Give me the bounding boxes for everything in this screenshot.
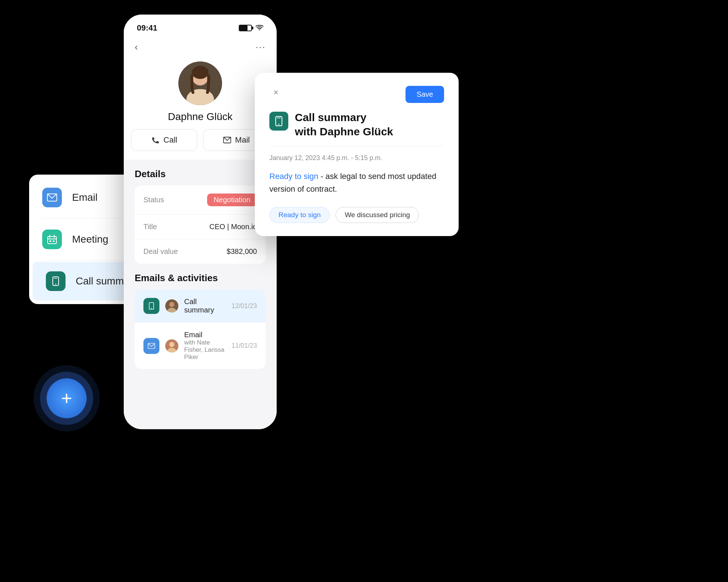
detail-row-status: Status Negotiation (135, 186, 266, 215)
tag-discussed-pricing[interactable]: We discussed pricing (336, 207, 419, 223)
contact-name: Daphne Glück (168, 111, 232, 123)
email-activity-title: Email (184, 331, 226, 339)
call-button[interactable]: Call (131, 129, 197, 151)
meeting-icon (47, 234, 57, 244)
call-activity-date: 12/01/23 (232, 302, 257, 310)
email-act-icon (143, 338, 159, 354)
modal-close-button[interactable]: × (269, 86, 282, 99)
modal-tags: Ready to sign We discussed pricing (269, 207, 444, 223)
email-activity-date: 11/01/23 (232, 342, 257, 350)
battery-fill (240, 25, 248, 31)
email-avatar (165, 339, 178, 352)
activity-row-call[interactable]: Call summary 12/01/23 (135, 290, 266, 323)
plus-icon: + (61, 389, 72, 408)
call-activity-content: Call summary (184, 298, 226, 314)
svg-point-14 (192, 66, 209, 79)
activities-title: Emails & activities (135, 272, 266, 284)
modal-divider (269, 146, 444, 146)
wifi-icon (256, 24, 264, 32)
activity-row-email[interactable]: Email with Nate Fisher, Larissa Piker 11… (135, 323, 266, 369)
call-activity-title: Call summary (184, 298, 226, 314)
title-label: Title (143, 223, 157, 231)
title-value: CEO | Moon.io (209, 223, 257, 231)
modal-header: × Save (269, 86, 444, 103)
email-icon-bg (42, 188, 62, 207)
call-summary-modal: × Save Call summary with Daphne Glück Ja… (255, 73, 459, 236)
phone-screen-icon (51, 276, 60, 286)
action-buttons: Call Mail (131, 129, 269, 151)
svg-point-10 (259, 29, 260, 30)
details-title: Details (135, 168, 266, 180)
status-bar: 09:41 (124, 15, 277, 36)
modal-datetime: January 12, 2023 4:45 p.m. - 5:15 p.m. (269, 154, 444, 162)
svg-rect-5 (50, 240, 51, 242)
profile-section: Daphne Glück Call Mail (124, 58, 277, 160)
call-icon (151, 136, 160, 144)
detail-row-title: Title CEO | Moon.io (135, 215, 266, 239)
status-time: 09:41 (137, 23, 157, 33)
status-icons (239, 24, 264, 32)
modal-save-button[interactable]: Save (405, 86, 444, 103)
svg-point-17 (151, 308, 152, 308)
call-summary-icon-bg (46, 271, 66, 291)
deal-value: $382,000 (227, 247, 257, 256)
battery-icon (239, 25, 252, 31)
back-button[interactable]: ‹ (135, 41, 138, 53)
modal-title-line1: Call summary (295, 111, 367, 123)
svg-rect-6 (53, 240, 55, 242)
svg-point-26 (278, 124, 279, 125)
modal-title-row: Call summary with Daphne Glück (269, 110, 444, 139)
modal-body: Ready to sign - ask legal to send most u… (269, 170, 444, 195)
phone-frame: 09:41 ‹ ··· (124, 15, 277, 429)
mail-label: Mail (235, 135, 250, 145)
call-summary-act-icon (143, 298, 159, 314)
sidebar-email-label: Email (72, 192, 98, 203)
detail-row-deal: Deal value $382,000 (135, 239, 266, 264)
call-avatar (165, 299, 178, 312)
email-icon (47, 194, 57, 202)
more-button[interactable]: ··· (256, 41, 266, 53)
modal-title: Call summary with Daphne Glück (295, 110, 393, 139)
svg-point-19 (169, 302, 174, 307)
meeting-icon-bg (42, 230, 62, 249)
status-label: Status (143, 196, 164, 204)
sidebar-meeting-label: Meeting (72, 234, 108, 245)
avatar (178, 61, 222, 105)
add-button[interactable]: + (47, 378, 87, 418)
mail-icon (223, 136, 232, 144)
nav-row: ‹ ··· (124, 36, 277, 58)
details-section: Details Status Negotiation Title CEO | M… (124, 160, 277, 272)
email-activity-content: Email with Nate Fisher, Larissa Piker (184, 331, 226, 361)
tag-ready-to-sign[interactable]: Ready to sign (269, 207, 330, 223)
modal-title-line2: with Daphne Glück (295, 125, 393, 137)
email-activity-subtitle: with Nate Fisher, Larissa Piker (184, 339, 226, 361)
deal-label: Deal value (143, 247, 178, 256)
activities-section: Emails & activities (124, 272, 277, 381)
svg-point-8 (55, 284, 56, 285)
svg-point-23 (169, 342, 174, 347)
modal-phone-icon (269, 112, 288, 131)
call-label: Call (163, 135, 177, 145)
activities-card: Call summary 12/01/23 (135, 290, 266, 369)
status-badge: Negotiation (207, 194, 257, 206)
modal-highlight-text: Ready to sign (269, 172, 318, 181)
svg-rect-1 (48, 236, 56, 244)
details-card: Status Negotiation Title CEO | Moon.io D… (135, 186, 266, 264)
